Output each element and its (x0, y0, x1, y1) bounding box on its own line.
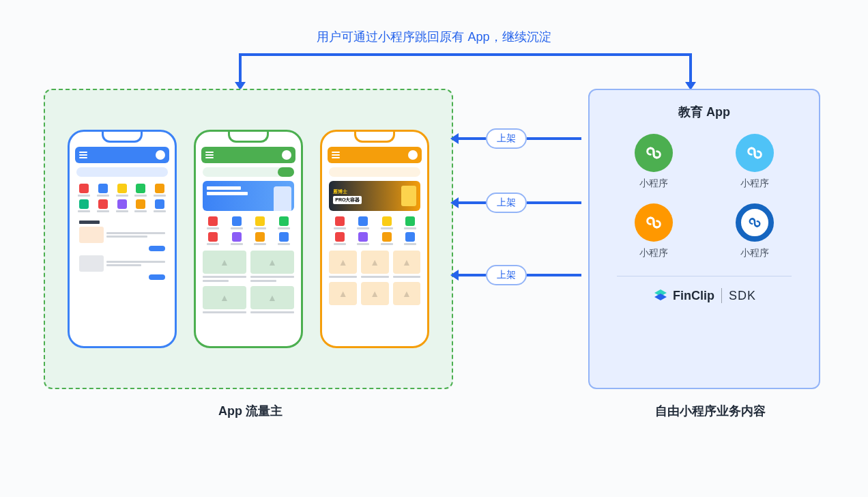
avatar-icon (156, 150, 165, 160)
menu-icon (332, 152, 340, 158)
search-bar (76, 167, 168, 177)
app-tile (376, 232, 397, 245)
app-tile (400, 216, 421, 229)
miniprogram-item: 小程序 (617, 203, 691, 259)
menu-icon (79, 152, 87, 158)
avatar-icon (282, 150, 291, 160)
content-section (76, 218, 168, 283)
app-icon-grid (201, 214, 295, 248)
sdk-text: SDK (729, 289, 756, 303)
miniprogram-item: 小程序 (718, 203, 792, 259)
content-placeholders (201, 248, 295, 316)
app-tile (132, 199, 149, 212)
left-panel-app-traffic: 雁博士 PRO大容器 (44, 89, 453, 389)
app-tile (95, 199, 111, 212)
miniprogram-icon (635, 134, 673, 172)
app-tile (329, 216, 350, 229)
publish-arrow-3: 上架 (450, 265, 581, 285)
miniprogram-grid: 小程序小程序小程序小程序 (603, 134, 805, 259)
app-tile (226, 232, 247, 245)
miniprogram-icon (736, 203, 774, 242)
app-tile (226, 216, 247, 229)
avatar-icon (408, 150, 418, 160)
app-tile (114, 184, 130, 197)
miniprogram-icon (635, 203, 673, 242)
miniprogram-icon (736, 134, 774, 172)
app-tile (114, 199, 130, 212)
banner-text: 雁博士 (333, 188, 362, 195)
menu-icon (205, 152, 214, 158)
separator (721, 288, 722, 303)
promo-banner: 雁博士 PRO大容器 (329, 181, 420, 211)
phone-notch (354, 132, 395, 143)
content-placeholders (328, 248, 422, 308)
arrow-top-horizontal (239, 53, 689, 56)
phone-header (201, 147, 295, 163)
app-tile (250, 216, 271, 229)
finclip-logo: FinClip (652, 287, 714, 304)
right-panel-title: 教育 App (603, 104, 805, 120)
app-tile (273, 232, 294, 245)
app-tile (273, 216, 294, 229)
app-tile (76, 199, 93, 212)
miniprogram-label: 小程序 (740, 247, 769, 259)
app-tile (132, 184, 149, 197)
arrow-top-right-vertical (689, 53, 692, 85)
phone-mockup-green (194, 130, 303, 348)
phone-mockup-blue (68, 130, 177, 348)
phone-notch (102, 132, 143, 143)
app-tile (400, 232, 421, 245)
finclip-text: FinClip (673, 289, 714, 303)
search-bar (329, 167, 420, 177)
arrow-top-left-vertical (239, 53, 242, 85)
miniprogram-label: 小程序 (639, 247, 668, 259)
app-tile (329, 232, 350, 245)
miniprogram-label: 小程序 (740, 178, 769, 190)
miniprogram-item: 小程序 (718, 134, 792, 190)
app-tile (203, 232, 224, 245)
phone-mockup-yellow: 雁博士 PRO大容器 (320, 130, 429, 348)
promo-banner (203, 181, 294, 211)
app-tile (353, 232, 374, 245)
finclip-mark-icon (652, 287, 669, 304)
app-icon-grid (75, 181, 169, 215)
app-tile (250, 232, 271, 245)
sdk-brand-row: FinClip SDK (603, 287, 805, 304)
top-flow-label: 用户可通过小程序跳回原有 App，继续沉淀 (317, 29, 551, 45)
app-tile (151, 184, 168, 197)
app-tile (76, 184, 93, 197)
phone-header (75, 147, 169, 163)
phone-notch (228, 132, 269, 143)
phone-header (328, 147, 422, 163)
app-icon-grid (328, 214, 422, 248)
publish-arrow-1: 上架 (450, 128, 581, 149)
app-tile (203, 216, 224, 229)
miniprogram-label: 小程序 (639, 178, 668, 190)
app-tile (376, 216, 397, 229)
pro-badge: PRO大容器 (333, 196, 362, 204)
divider (617, 276, 792, 276)
app-tile (353, 216, 374, 229)
right-panel-education-app: 教育 App 小程序小程序小程序小程序 FinClip SDK (588, 89, 820, 389)
app-tile (151, 199, 168, 212)
publish-arrow-2: 上架 (450, 193, 581, 213)
left-panel-label: App 流量主 (218, 403, 283, 419)
miniprogram-item: 小程序 (617, 134, 691, 190)
publish-pill: 上架 (486, 193, 527, 213)
search-bar (203, 167, 294, 177)
right-panel-label: 自由小程序业务内容 (655, 403, 766, 419)
app-tile (95, 184, 111, 197)
publish-pill: 上架 (486, 128, 527, 149)
publish-pill: 上架 (486, 265, 527, 285)
